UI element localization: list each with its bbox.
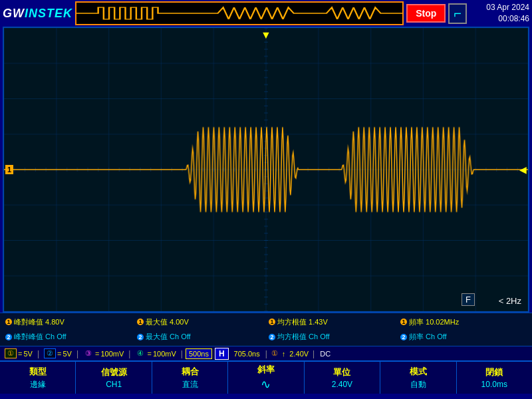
scale-ch2: ② = 5V bbox=[42, 348, 74, 358]
meas-rms-ch2-text: 均方根值 Ch Off bbox=[277, 332, 330, 342]
meas-max-ch2-text: 最大值 Ch Off bbox=[146, 332, 191, 342]
ch2-indicator-2: 2 bbox=[137, 334, 144, 340]
btn-mode-label: 模式 bbox=[410, 366, 427, 378]
bottom-btn-mode[interactable]: 模式 自動 bbox=[380, 362, 456, 394]
btn-holdoff-value: 10.0ms bbox=[481, 380, 507, 389]
btn-source-label: 信號源 bbox=[101, 366, 127, 378]
meas-max-ch1-text: 最大值 4.00V bbox=[146, 317, 189, 327]
time-scale: 500ns bbox=[186, 348, 212, 359]
sep5: | bbox=[265, 349, 267, 358]
ch4-label: ④ bbox=[135, 349, 146, 358]
meas-freq-ch2-text: 頻率 Ch Off bbox=[409, 332, 447, 342]
sep2: | bbox=[76, 349, 78, 358]
stop-button[interactable]: Stop bbox=[406, 4, 446, 23]
meas-item-vpp-ch2: 2 峰對峰值 Ch Off bbox=[3, 330, 134, 345]
meas-item-max-ch1: 1 最大值 4.00V bbox=[134, 315, 266, 330]
trigger-position-arrow-top: ▼ bbox=[261, 29, 271, 41]
ch2-label: ② bbox=[44, 348, 56, 358]
ch1-indicator-2: 1 bbox=[137, 319, 144, 325]
meas-vpp-ch1-text: 峰對峰值 4.80V bbox=[14, 317, 65, 327]
meas-vpp-ch2-text: 峰對峰值 Ch Off bbox=[14, 332, 66, 342]
logo: GWINSTEK bbox=[3, 7, 72, 21]
ch4-scale-val: 100mV bbox=[153, 350, 176, 358]
measurements-bar: 1 峰對峰值 4.80V 1 最大值 4.00V 1 均方根值 1.43V 1 … bbox=[0, 313, 532, 346]
meas-item-vpp-ch1: 1 峰對峰值 4.80V bbox=[3, 315, 134, 330]
ch3-scale-val: 100mV bbox=[101, 350, 124, 358]
btn-coupling-value: 直流 bbox=[182, 379, 198, 390]
ch4-equals: = bbox=[147, 350, 151, 358]
scope-canvas bbox=[4, 28, 528, 311]
trigger-mode-icon[interactable]: ⌐ bbox=[448, 3, 467, 24]
logo-instek: INSTEK bbox=[25, 7, 72, 20]
trig-channel: ① bbox=[270, 349, 279, 358]
date-line1: 03 Apr 2024 bbox=[469, 2, 529, 13]
scale-ch1: ① = 5V bbox=[3, 348, 35, 358]
top-bar: GWINSTEK Stop ⌐ 03 Apr 2024 00:08:46 bbox=[0, 0, 532, 27]
scale-ch4: ④ = 100mV bbox=[133, 349, 178, 358]
ch2-equals: = bbox=[57, 350, 61, 358]
btn-type-value: 邊緣 bbox=[30, 379, 46, 390]
btn-level-label: 單位 bbox=[333, 366, 350, 378]
ch2-scale-val: 5V bbox=[63, 350, 71, 358]
waveform-preview bbox=[75, 1, 404, 25]
btn-type-label: 類型 bbox=[29, 366, 47, 378]
ch1-indicator-4: 1 bbox=[400, 319, 407, 325]
ch1-scale-val: 5V bbox=[23, 350, 32, 358]
logo-gw: GW bbox=[3, 7, 25, 20]
btn-slope-value: ∿ bbox=[261, 377, 271, 392]
bottom-btn-level[interactable]: 單位 2.40V bbox=[305, 362, 380, 394]
sep3: | bbox=[128, 349, 130, 358]
ch1-level-marker: 1 bbox=[5, 165, 13, 174]
ch2-indicator-4: 2 bbox=[400, 334, 407, 340]
btn-mode-value: 自動 bbox=[410, 379, 426, 390]
btn-slope-label: 斜率 bbox=[257, 364, 275, 376]
measurements-grid: 1 峰對峰值 4.80V 1 最大值 4.00V 1 均方根值 1.43V 1 … bbox=[3, 315, 529, 344]
frequency-label: < 2Hz bbox=[499, 296, 521, 306]
datetime-display: 03 Apr 2024 00:08:46 bbox=[469, 2, 529, 25]
ch1-label: ① bbox=[5, 348, 17, 358]
ch2-indicator-1: 2 bbox=[5, 334, 12, 340]
coupling-mode: DC bbox=[317, 350, 333, 358]
btn-source-value: CH1 bbox=[106, 380, 122, 389]
h-indicator: H bbox=[215, 348, 229, 360]
btn-holdoff-label: 閉鎖 bbox=[485, 366, 503, 378]
bottom-menu-bar: 類型 邊緣 信號源 CH1 耦合 直流 斜率 ∿ 單位 2.40V 模式 自動 … bbox=[0, 360, 532, 394]
btn-level-value: 2.40V bbox=[332, 380, 352, 389]
ch3-label: ③ bbox=[83, 349, 94, 358]
delay-value: 705.0ns bbox=[231, 350, 263, 358]
ch1-indicator-1: 1 bbox=[5, 319, 12, 325]
trig-direction: ↑ bbox=[282, 350, 286, 358]
f-marker: F bbox=[462, 293, 475, 306]
bottom-btn-holdoff[interactable]: 閉鎖 10.0ms bbox=[457, 362, 532, 394]
bottom-btn-type[interactable]: 類型 邊緣 bbox=[0, 362, 76, 394]
meas-item-max-ch2: 2 最大值 Ch Off bbox=[134, 330, 266, 345]
sep4: | bbox=[181, 349, 183, 358]
sep6: | bbox=[313, 349, 315, 358]
bottom-btn-coupling[interactable]: 耦合 直流 bbox=[152, 362, 228, 394]
date-line2: 00:08:46 bbox=[469, 13, 529, 25]
meas-freq-ch1-text: 頻率 10.02MHz bbox=[409, 317, 459, 327]
meas-item-rms-ch1: 1 均方根值 1.43V bbox=[266, 315, 398, 330]
scale-bar: ① = 5V | ② = 5V | ③ = 100mV | ④ = 100mV … bbox=[0, 346, 532, 360]
btn-coupling-label: 耦合 bbox=[182, 366, 199, 378]
ch1-equals: = bbox=[18, 350, 22, 358]
meas-item-freq-ch2: 2 頻率 Ch Off bbox=[398, 330, 529, 345]
meas-rms-ch1-text: 均方根值 1.43V bbox=[277, 317, 328, 327]
sep1: | bbox=[37, 349, 39, 358]
bottom-btn-source[interactable]: 信號源 CH1 bbox=[76, 362, 152, 394]
oscilloscope-screen: ▼ 1 ◀ F < 2Hz bbox=[3, 27, 529, 313]
bottom-btn-slope[interactable]: 斜率 ∿ bbox=[228, 362, 304, 394]
ch1-indicator-3: 1 bbox=[269, 319, 275, 325]
meas-item-freq-ch1: 1 頻率 10.02MHz bbox=[398, 315, 529, 330]
trig-voltage: 2.40V bbox=[288, 350, 310, 358]
scale-ch3: ③ = 100mV bbox=[81, 349, 126, 358]
meas-item-rms-ch2: 2 均方根值 Ch Off bbox=[266, 330, 398, 345]
trigger-level-arrow: ◀ bbox=[519, 164, 527, 175]
ch2-indicator-3: 2 bbox=[269, 334, 275, 340]
ch3-equals: = bbox=[95, 350, 99, 358]
